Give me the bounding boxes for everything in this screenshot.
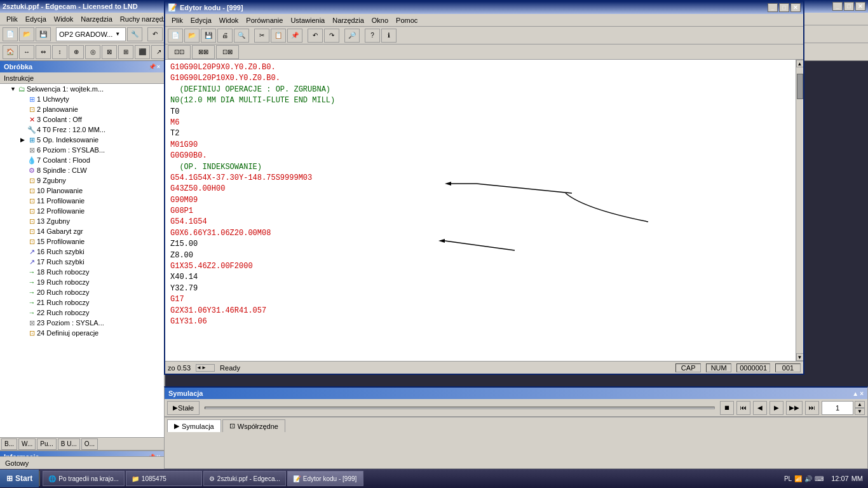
sim-counter-ctrl[interactable]: ▲ ▼ (855, 401, 865, 415)
tree-item-definiuj[interactable]: ⊡ 24 Definiuj operacje (0, 328, 164, 338)
taskbar-item-edgecam[interactable]: ⚙ 2sztuki.ppf - Edgeca... (203, 471, 286, 486)
sim-prev-end[interactable]: ⏮ (736, 401, 750, 415)
menu-edycja[interactable]: Edycja (22, 14, 50, 24)
editor-minimize[interactable]: _ (768, 3, 778, 12)
editor-copy[interactable]: 📋 (271, 29, 286, 43)
tree-expand[interactable]: ▶ (20, 137, 27, 143)
sim-counter-down[interactable]: ▼ (855, 408, 865, 415)
sim-play[interactable]: ▶ (770, 401, 783, 415)
editor-cut[interactable]: ✂ (254, 29, 269, 43)
tree-item-profilowanie2[interactable]: ⊡ 12 Profilowanie (0, 206, 164, 216)
tree-item-gabaryt[interactable]: ⊡ 14 Gabaryt zgr (0, 226, 164, 236)
editor-print[interactable]: 🖨 (217, 29, 233, 43)
view-btn8[interactable]: ⊞ (118, 45, 133, 59)
tree-item-planowanie[interactable]: ⊡ 2 planowanie (0, 104, 164, 114)
menu-narzedzia[interactable]: Narzędzia (77, 14, 116, 24)
view-btn4[interactable]: ↕ (52, 45, 67, 59)
editor-search2[interactable]: 🔎 (344, 29, 360, 43)
obrobka-controls[interactable]: 📌 × (149, 64, 160, 70)
editor-save[interactable]: 💾 (201, 29, 216, 43)
tree-item-profilowanie3[interactable]: ⊡ 15 Profilowanie (0, 236, 164, 247)
editor-menu-pomoc[interactable]: Pomoc (392, 15, 421, 25)
tree-item-ruch-roboczy4[interactable]: → 21 Ruch roboczy (0, 297, 164, 308)
tree-item-zgubny2[interactable]: ⊡ 13 Zgubny (0, 216, 164, 226)
editor-find[interactable]: 🔍 (234, 29, 249, 43)
tree-item-ruch-roboczy2[interactable]: → 19 Ruch roboczy (0, 277, 164, 287)
tree-item-spindle[interactable]: ⚙ 8 Spindle : CLW (0, 165, 164, 175)
view-btn2[interactable]: ↔ (19, 45, 34, 59)
sim-counter-up[interactable]: ▲ (855, 401, 865, 408)
editor-menu-okno[interactable]: Okno (368, 15, 392, 25)
editor-menu-edycja[interactable]: Edycja (187, 15, 215, 25)
editor-paste[interactable]: 📌 (287, 29, 302, 43)
editor-controls[interactable]: _ □ ✕ (768, 3, 801, 12)
tree-item-uchwyty[interactable]: ⊞ 1 Uchwyty (0, 94, 164, 104)
editor-hscroll[interactable]: ◄► (196, 364, 215, 372)
editor-redo[interactable]: ↷ (324, 29, 339, 43)
view-btn1[interactable]: 🏠 (3, 45, 18, 59)
view-btn5[interactable]: ⊕ (69, 45, 84, 59)
editor-menu-narzedzia[interactable]: Narzędzia (329, 15, 368, 25)
editor-undo[interactable]: ↶ (308, 29, 323, 43)
scroll-track[interactable] (796, 67, 804, 353)
view-btn7[interactable]: ⊠ (102, 45, 117, 59)
tree-item-zgubny1[interactable]: ⊡ 9 Zgubny (0, 175, 164, 186)
sim-progress-bar[interactable] (205, 407, 715, 409)
minimize-btn[interactable]: _ (832, 2, 843, 11)
tree-item-poziom[interactable]: ⊠ 6 Poziom : SYSLAB... (0, 145, 164, 155)
editor-tb2-3[interactable]: ⊡⊠ (216, 45, 239, 59)
tab-w[interactable]: W... (18, 438, 36, 450)
editor-menu-porownanie[interactable]: Porównanie (242, 15, 287, 25)
editor-code-area[interactable]: G10G90L20P9X0.Y0.Z0.B0. G10G90L20P10X0.Y… (165, 60, 796, 361)
obrobka-pin[interactable]: 📌 (149, 64, 156, 70)
obrobka-close[interactable]: × (157, 64, 160, 70)
tree-item-ruch-szybki1[interactable]: ↗ 16 Ruch szybki (0, 247, 164, 257)
editor-menu-ustawienia[interactable]: Ustawienia (287, 15, 329, 25)
editor-open[interactable]: 📂 (184, 29, 200, 43)
editor-menu-plik[interactable]: Plik (168, 15, 187, 25)
save-btn[interactable]: 💾 (36, 27, 51, 41)
sim-pin[interactable]: ▲ (852, 390, 858, 397)
scroll-up[interactable]: ▲ (796, 60, 804, 67)
editor-help[interactable]: ? (365, 29, 380, 43)
sim-close[interactable]: × (860, 390, 864, 397)
tree-item-ruch-roboczy5[interactable]: → 22 Ruch roboczy (0, 308, 164, 318)
tree-item-planowanie2[interactable]: ⊡ 10 Planowanie (0, 186, 164, 196)
menu-widok[interactable]: Widok (50, 14, 78, 24)
sim-stale-btn[interactable]: ▶ Stałe (167, 401, 200, 415)
tree-item-coolant-flood[interactable]: 💧 7 Coolant : Flood (0, 155, 164, 165)
tree-item-profilowanie1[interactable]: ⊡ 11 Profilowanie (0, 196, 164, 206)
tree-item-ruch-roboczy1[interactable]: → 18 Ruch roboczy (0, 267, 164, 277)
tab-b[interactable]: B... (1, 438, 17, 450)
sim-prev[interactable]: ◀ (753, 401, 767, 415)
sim-stop[interactable]: ⏹ (720, 401, 734, 415)
tree-item-indeksowanie[interactable]: ▶ ⊞ 5 Op. Indeksowanie (0, 135, 164, 145)
undo-btn[interactable]: ↶ (147, 27, 163, 41)
sim-tab-symulacja[interactable]: ▶ Symulacja (167, 419, 221, 432)
sim-next[interactable]: ▶▶ (786, 401, 803, 415)
tab-bu[interactable]: B U... (58, 438, 80, 450)
view-btn3[interactable]: ⇔ (36, 45, 51, 59)
sim-tab-wspolrzedne[interactable]: ⊡ Współrzędne (222, 419, 285, 432)
menu-plik[interactable]: Plik (3, 14, 22, 24)
editor-close[interactable]: ✕ (790, 3, 801, 12)
editor-maximize[interactable]: □ (779, 3, 789, 12)
instruction-tree[interactable]: ▼ 🗂 Sekwencja 1: wojtek.m... ⊞ 1 Uchwyty… (0, 84, 164, 437)
tab-pu[interactable]: Pu... (37, 438, 57, 450)
op-dropdown[interactable]: OP2 GRADOW... ▼ (56, 27, 126, 41)
tree-item-frez[interactable]: 🔧 4 T0 Frez : 12.0 MM... (0, 125, 164, 135)
tree-expand[interactable]: ▼ (10, 86, 17, 92)
close-btn[interactable]: ✕ (855, 2, 865, 11)
editor-info[interactable]: ℹ (381, 29, 397, 43)
tree-item-coolant-off[interactable]: ✕ 3 Coolant : Off (0, 114, 164, 125)
taskbar-item-editor[interactable]: 📝 Edytor kodu - [999] (287, 471, 363, 486)
sim-next-end[interactable]: ⏭ (805, 401, 819, 415)
scroll-down[interactable]: ▼ (796, 353, 804, 361)
taskbar-item-explorer[interactable]: 📁 1085475 (126, 471, 202, 486)
view-btn9[interactable]: ⬛ (135, 45, 150, 59)
new-btn[interactable]: 📄 (3, 27, 18, 41)
editor-tb2-1[interactable]: ⊡⊡ (168, 45, 191, 59)
editor-tb2-2[interactable]: ⊠⊠ (192, 45, 215, 59)
editor-scrollbar[interactable]: ▲ ▼ (796, 60, 803, 361)
maximize-btn[interactable]: □ (844, 2, 854, 11)
